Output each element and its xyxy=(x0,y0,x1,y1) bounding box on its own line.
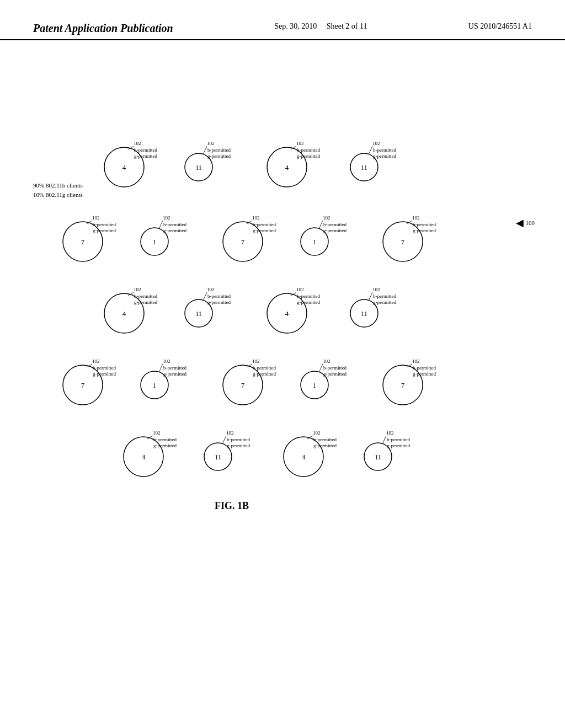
svg-text:102: 102 xyxy=(252,358,260,364)
svg-text:g-permitted: g-permitted xyxy=(413,371,436,377)
svg-line-87 xyxy=(159,364,163,372)
svg-text:b-permitted: b-permitted xyxy=(323,365,347,371)
svg-text:11: 11 xyxy=(215,453,221,461)
svg-text:11: 11 xyxy=(361,310,367,318)
svg-text:b-permitted: b-permitted xyxy=(413,365,436,371)
svg-text:4: 4 xyxy=(285,309,289,318)
svg-text:g-permitted: g-permitted xyxy=(323,371,347,377)
svg-text:102: 102 xyxy=(207,141,215,146)
svg-line-63 xyxy=(203,292,207,301)
svg-text:4: 4 xyxy=(122,309,126,318)
svg-text:b-permitted: b-permitted xyxy=(163,365,186,371)
svg-text:g-permitted: g-permitted xyxy=(227,443,250,448)
svg-text:g-permitted: g-permitted xyxy=(93,228,116,233)
svg-text:b-permitted: b-permitted xyxy=(323,222,347,227)
svg-text:7: 7 xyxy=(81,381,85,389)
svg-text:g-permitted: g-permitted xyxy=(253,371,276,377)
svg-text:102: 102 xyxy=(372,287,380,292)
svg-text:7: 7 xyxy=(241,238,245,246)
svg-text:11: 11 xyxy=(361,164,367,172)
svg-text:102: 102 xyxy=(163,215,170,221)
svg-text:b-permitted: b-permitted xyxy=(207,293,231,299)
svg-text:102: 102 xyxy=(134,287,141,292)
svg-text:g-permitted: g-permitted xyxy=(93,371,116,377)
svg-text:102: 102 xyxy=(296,287,304,292)
publication-date: Sep. 30, 2010 xyxy=(274,22,317,30)
header-date-sheet: Sep. 30, 2010 Sheet 2 of 11 xyxy=(274,22,367,31)
svg-text:102: 102 xyxy=(412,215,420,221)
svg-text:b-permitted: b-permitted xyxy=(413,222,436,227)
svg-text:102: 102 xyxy=(134,141,141,146)
sheet-info: Sheet 2 of 11 xyxy=(327,22,367,30)
svg-line-129 xyxy=(382,436,386,444)
svg-text:11: 11 xyxy=(375,453,381,461)
svg-text:g-permitted: g-permitted xyxy=(413,228,436,233)
svg-text:g-permitted: g-permitted xyxy=(153,443,177,448)
svg-text:g-permitted: g-permitted xyxy=(387,443,410,448)
svg-line-21 xyxy=(369,146,372,154)
svg-text:b-permitted: b-permitted xyxy=(297,293,320,299)
svg-text:g-permitted: g-permitted xyxy=(313,443,337,448)
svg-text:g-permitted: g-permitted xyxy=(297,153,320,159)
svg-text:7: 7 xyxy=(401,238,405,246)
svg-text:g-permitted: g-permitted xyxy=(163,371,186,377)
svg-text:102: 102 xyxy=(226,430,234,436)
svg-text:4: 4 xyxy=(302,453,306,461)
svg-text:102: 102 xyxy=(323,358,331,364)
svg-text:b-permitted: b-permitted xyxy=(207,147,231,153)
svg-text:g-permitted: g-permitted xyxy=(207,153,231,159)
svg-text:g-permitted: g-permitted xyxy=(323,228,347,233)
svg-text:1: 1 xyxy=(313,238,316,246)
svg-line-99 xyxy=(319,364,323,372)
patent-number: US 2010/246551 A1 xyxy=(468,22,532,31)
svg-text:102: 102 xyxy=(252,215,260,221)
diagram-svg: 4 102 b-permitted g-permitted 11 102 b-p… xyxy=(33,123,519,581)
svg-text:11: 11 xyxy=(195,310,202,318)
svg-text:b-permitted: b-permitted xyxy=(253,222,276,227)
svg-line-117 xyxy=(222,436,226,444)
svg-text:102: 102 xyxy=(92,215,100,221)
svg-line-33 xyxy=(159,221,163,229)
svg-text:102: 102 xyxy=(92,358,100,364)
svg-text:11: 11 xyxy=(195,164,202,172)
svg-text:b-permitted: b-permitted xyxy=(253,365,276,371)
svg-text:1: 1 xyxy=(153,382,156,389)
svg-text:g-permitted: g-permitted xyxy=(134,299,157,305)
svg-line-75 xyxy=(369,292,372,301)
svg-text:g-permitted: g-permitted xyxy=(373,153,396,159)
svg-text:g-permitted: g-permitted xyxy=(207,299,231,305)
svg-text:102: 102 xyxy=(163,358,170,364)
svg-text:g-permitted: g-permitted xyxy=(163,228,186,233)
page-content: 90% 802.11b clients 10% 802.11g clients … xyxy=(0,40,565,62)
svg-text:g-permitted: g-permitted xyxy=(373,299,396,305)
svg-text:b-permitted: b-permitted xyxy=(387,437,410,442)
svg-text:b-permitted: b-permitted xyxy=(134,293,157,299)
svg-text:g-permitted: g-permitted xyxy=(297,299,320,305)
svg-text:7: 7 xyxy=(241,381,245,389)
svg-text:102: 102 xyxy=(313,430,321,436)
svg-text:b-permitted: b-permitted xyxy=(134,147,157,153)
svg-text:1: 1 xyxy=(313,382,316,389)
svg-text:102: 102 xyxy=(412,358,420,364)
svg-text:b-permitted: b-permitted xyxy=(297,147,320,153)
svg-text:4: 4 xyxy=(142,453,146,461)
publication-title: Patent Application Publication xyxy=(33,22,173,35)
svg-text:FIG. 1B: FIG. 1B xyxy=(215,500,249,511)
svg-text:b-permitted: b-permitted xyxy=(313,437,337,442)
svg-text:4: 4 xyxy=(285,163,289,172)
svg-text:g-permitted: g-permitted xyxy=(253,228,276,233)
svg-text:4: 4 xyxy=(122,163,126,172)
svg-text:7: 7 xyxy=(81,238,85,246)
svg-text:7: 7 xyxy=(401,381,405,389)
svg-text:102: 102 xyxy=(372,141,380,146)
svg-text:b-permitted: b-permitted xyxy=(227,437,250,442)
page-header: Patent Application Publication Sep. 30, … xyxy=(0,0,565,40)
svg-text:102: 102 xyxy=(207,287,215,292)
svg-text:102: 102 xyxy=(386,430,394,436)
svg-text:b-permitted: b-permitted xyxy=(373,293,396,299)
svg-text:b-permitted: b-permitted xyxy=(93,365,116,371)
svg-line-9 xyxy=(203,146,207,154)
svg-text:g-permitted: g-permitted xyxy=(134,153,157,159)
svg-text:102: 102 xyxy=(323,215,331,221)
svg-text:b-permitted: b-permitted xyxy=(153,437,177,442)
